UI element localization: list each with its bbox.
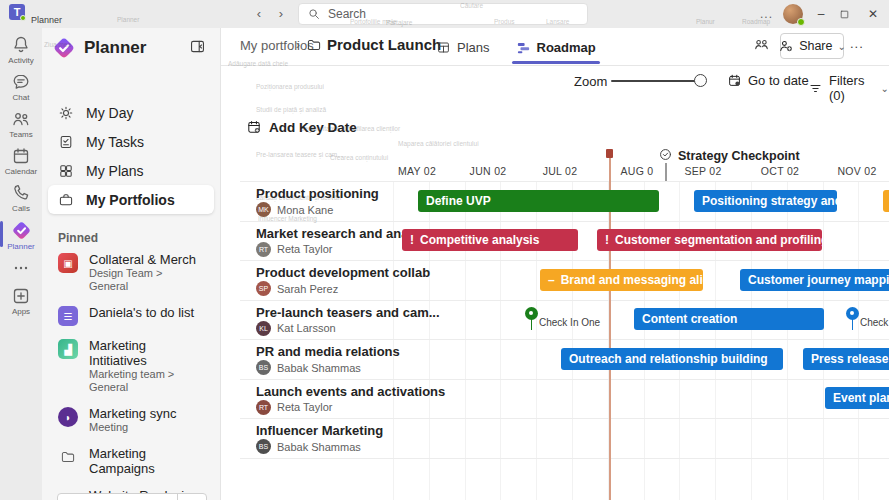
task-title[interactable]: PR and media relations bbox=[256, 344, 400, 359]
gridline bbox=[240, 260, 889, 261]
tab-roadmap[interactable]: Roadmap bbox=[510, 30, 602, 65]
share-button[interactable]: Share ⌄ bbox=[780, 33, 844, 59]
minimize-button[interactable]: – bbox=[813, 7, 829, 21]
header-more-button[interactable]: ... bbox=[850, 36, 864, 51]
task-assignee: RTReta Taylor bbox=[256, 242, 332, 257]
gantt-bar[interactable]: Define UVP bbox=[418, 190, 659, 212]
chevron-down-icon: ⌄ bbox=[837, 41, 845, 52]
rail-item-label: Calls bbox=[12, 204, 30, 213]
plan-icon: ◗ bbox=[58, 407, 78, 427]
gantt-bar[interactable]: –Brand and messaging alignment bbox=[540, 269, 703, 291]
members-icon[interactable] bbox=[753, 36, 770, 53]
task-title[interactable]: Product development collab bbox=[256, 265, 430, 280]
user-avatar[interactable] bbox=[783, 4, 803, 24]
presence-dot-icon bbox=[20, 15, 26, 21]
checkpoint-label: Strategy Checkpoint bbox=[678, 149, 800, 163]
gantt-bar[interactable]: Customer journey mapping bbox=[740, 269, 889, 291]
tab-label: Plans bbox=[457, 40, 490, 55]
milestone-label: Check In One bbox=[860, 317, 889, 328]
maximize-button[interactable] bbox=[839, 9, 855, 20]
pinned-item[interactable]: Marketing Campaigns bbox=[48, 440, 214, 482]
pinned-section-header: Pinned bbox=[58, 231, 98, 245]
add-key-date-button[interactable]: Add Key Date bbox=[246, 119, 357, 135]
rail-item-calls[interactable]: Calls bbox=[0, 176, 42, 213]
milestone-pin-icon[interactable] bbox=[525, 307, 538, 320]
avatar: BS bbox=[256, 360, 271, 375]
page-title: Product Launch bbox=[327, 36, 441, 53]
close-button[interactable]: ✕ bbox=[865, 7, 881, 21]
rail-item-chat[interactable]: Chat bbox=[0, 65, 42, 102]
chat-icon bbox=[11, 72, 31, 92]
rail-item-more[interactable] bbox=[0, 251, 42, 279]
bar-label: Competitive analysis bbox=[420, 233, 539, 247]
rail-item-apps[interactable]: Apps bbox=[0, 279, 42, 316]
zoom-slider-track[interactable] bbox=[611, 80, 701, 82]
new-plan-button[interactable]: + New plan ⌄ bbox=[57, 493, 207, 500]
collapse-sidebar-icon[interactable] bbox=[189, 38, 206, 55]
chevron-down-icon[interactable]: ⌄ bbox=[178, 497, 206, 500]
avatar: RT bbox=[256, 400, 271, 415]
go-to-date-button[interactable]: Go to date bbox=[727, 73, 809, 88]
nav-back-button[interactable]: ‹ bbox=[249, 4, 269, 24]
zoom-slider-knob[interactable] bbox=[694, 74, 707, 87]
checkpoint-line bbox=[665, 163, 667, 181]
pinned-item[interactable]: ☰Daniela's to do list bbox=[48, 299, 214, 332]
grid-icon bbox=[436, 40, 451, 55]
rail-item-label: Chat bbox=[13, 93, 30, 102]
task-title[interactable]: Product positioning bbox=[256, 186, 379, 201]
sidebar-item-my-tasks[interactable]: My Tasks bbox=[48, 127, 214, 156]
gantt-bar[interactable]: !Competitive analysis bbox=[402, 229, 578, 251]
today-marker-icon bbox=[606, 149, 613, 158]
bar-label: Outreach and relationship building bbox=[569, 352, 768, 366]
avatar: SP bbox=[256, 281, 271, 296]
milestone-label: Check In One bbox=[539, 317, 600, 328]
sidebar-item-my-portfolios[interactable]: My Portfolios bbox=[48, 185, 214, 214]
rail-item-calendar[interactable]: Calendar bbox=[0, 139, 42, 176]
tab-label: Roadmap bbox=[537, 40, 596, 55]
pinned-item[interactable]: ▟Marketing IntitiativesMarketing team > … bbox=[48, 332, 214, 400]
checkpoint-check-icon bbox=[658, 147, 673, 162]
month-label: MAY 02 bbox=[398, 165, 436, 177]
pinned-item-title: Marketing Campaigns bbox=[89, 446, 204, 476]
task-assignee: MKMona Kane bbox=[256, 202, 333, 217]
pinned-item-subtitle: Marketing team > General bbox=[89, 368, 204, 394]
sidebar-item-my-plans[interactable]: My Plans bbox=[48, 156, 214, 185]
nav-forward-button[interactable]: › bbox=[271, 4, 291, 24]
sidebar-item-label: My Plans bbox=[86, 163, 144, 179]
milestone-pin-icon[interactable] bbox=[846, 307, 859, 320]
pinned-item[interactable]: ◗Marketing syncMeeting bbox=[48, 400, 214, 440]
rail-item-label: Activity bbox=[8, 56, 33, 65]
app-window: T Planner ‹ › Search ... – ✕ ActivityCha… bbox=[0, 0, 889, 500]
sidebar-item-my-day[interactable]: My Day bbox=[48, 98, 214, 127]
gantt-bar[interactable]: Positioning strategy and mess... bbox=[694, 190, 837, 212]
pinned-item-subtitle: Design Team > General bbox=[89, 267, 204, 293]
breadcrumb[interactable]: My portfolios bbox=[240, 38, 314, 53]
assignee-name: Reta Taylor bbox=[277, 243, 332, 255]
bar-label: Press release writing... bbox=[811, 352, 889, 366]
rail-item-activity[interactable]: Activity bbox=[0, 28, 42, 65]
pinned-item[interactable]: ▣Collateral & MerchDesign Team > General bbox=[48, 246, 214, 299]
gantt-bar[interactable] bbox=[883, 190, 889, 212]
gantt-bar[interactable]: !Customer segmentation and profiling bbox=[597, 229, 822, 251]
search-input[interactable]: Search bbox=[298, 3, 588, 25]
gantt-bar[interactable]: Outreach and relationship building bbox=[561, 348, 783, 370]
gantt-bar[interactable]: Event planning... bbox=[825, 387, 889, 409]
task-title[interactable]: Influencer Marketing bbox=[256, 423, 383, 438]
selected-indicator bbox=[0, 221, 3, 247]
month-label: AUG 0 bbox=[620, 165, 653, 177]
avatar: BS bbox=[256, 439, 271, 454]
plan-icon: ▟ bbox=[58, 339, 78, 359]
tasks-icon bbox=[58, 134, 74, 150]
plans-icon bbox=[58, 163, 74, 179]
gantt-bar[interactable]: Press release writing... bbox=[803, 348, 889, 370]
rail-item-teams[interactable]: Teams bbox=[0, 102, 42, 139]
assignee-name: Babak Shammas bbox=[277, 441, 361, 453]
task-title[interactable]: Launch events and activations bbox=[256, 384, 445, 399]
gantt-bar[interactable]: Content creation bbox=[634, 308, 824, 330]
filters-button[interactable]: Filters (0) ⌄ bbox=[808, 73, 889, 103]
tab-plans[interactable]: Plans bbox=[430, 30, 496, 65]
task-title[interactable]: Pre-launch teasers and cam... bbox=[256, 305, 440, 320]
titlebar-more-button[interactable]: ... bbox=[760, 7, 773, 21]
rail-item-planner[interactable]: Planner bbox=[0, 213, 42, 251]
month-label: JUN 02 bbox=[470, 165, 507, 177]
